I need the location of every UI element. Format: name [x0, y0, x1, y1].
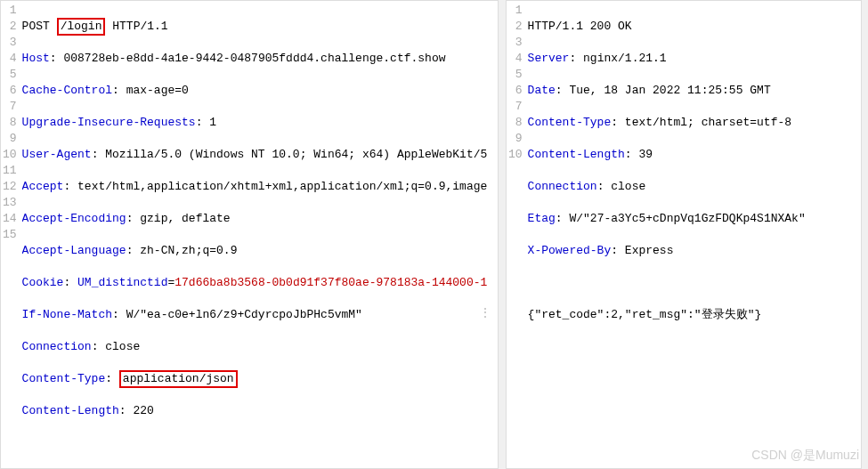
response-code[interactable]: HTTP/1.1 200 OK Server: nginx/1.21.1 Dat… — [528, 3, 861, 355]
response-line-numbers: 12345678910 — [507, 3, 528, 355]
request-line-numbers: 123456789101112131415 — [1, 3, 22, 469]
highlight-content-type: application/json — [119, 370, 238, 388]
response-pane: 12345678910 HTTP/1.1 200 OK Server: ngin… — [506, 0, 862, 469]
highlight-path: /login — [57, 18, 106, 36]
request-pane: 123456789101112131415 POST /login HTTP/1… — [0, 0, 499, 469]
request-code[interactable]: POST /login HTTP/1.1 Host: 008728eb-e8dd… — [22, 3, 498, 469]
overflow-icon[interactable]: ⋮ — [479, 305, 492, 320]
